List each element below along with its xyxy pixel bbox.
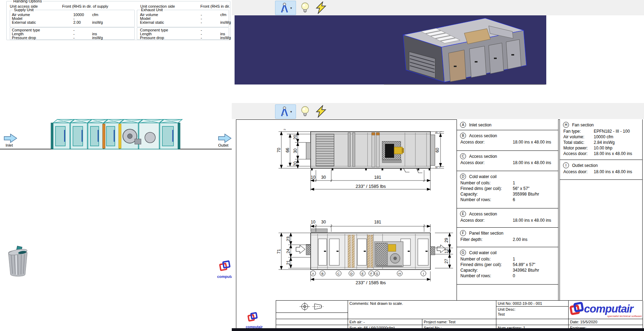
field-value: 10000 bbox=[73, 13, 84, 17]
section-letter-badge: C bbox=[460, 153, 466, 159]
svg-text:10: 10 bbox=[311, 220, 316, 225]
section-row-label: Capacity: bbox=[460, 192, 478, 197]
coil-header bbox=[394, 147, 402, 154]
section-row: Motor power:10.00 bhp bbox=[560, 146, 642, 151]
section-title: Access section bbox=[469, 154, 497, 159]
first-angle-projection-icon bbox=[299, 301, 331, 312]
section-row-label: Access door: bbox=[460, 218, 484, 223]
regenerate-button[interactable] bbox=[313, 1, 328, 14]
empty-cell bbox=[276, 319, 348, 325]
section-letter-badge: H bbox=[563, 122, 569, 128]
viewport-toolbar: ▾ bbox=[232, 0, 644, 15]
computair-logo-text: computair bbox=[584, 307, 633, 311]
unit-no-cell: Unit No: 0002-19-00 - 001 bbox=[496, 301, 569, 307]
section-row-label: Total static: bbox=[563, 140, 584, 145]
unit-builder-canvas[interactable] bbox=[50, 117, 183, 150]
section-row-value: 343962 Btu/hr bbox=[513, 268, 539, 273]
field-unit: insWg bbox=[92, 36, 103, 40]
handing-row: Pressure drop-insWg bbox=[137, 36, 229, 40]
svg-text:30: 30 bbox=[321, 175, 326, 180]
section-letter-badge: B bbox=[460, 133, 466, 139]
section-info-C: CAccess sectionAccess door:18.00 ins x 4… bbox=[457, 151, 558, 171]
field-unit: insWg bbox=[92, 21, 103, 24]
section-row: Finned dims (per coil):56" x 57" bbox=[457, 186, 558, 192]
section-row-label: Access door: bbox=[460, 160, 484, 165]
section-title: Access section bbox=[469, 133, 497, 138]
viewport-3d[interactable] bbox=[235, 15, 546, 84]
svg-text:E: E bbox=[362, 272, 364, 275]
section-row: Number of coils:1 bbox=[457, 181, 558, 186]
unit-connection-side-value: Front (RHS in dir. of supply bbox=[200, 4, 230, 8]
date-cell: Date: 15/5/2020 bbox=[569, 319, 643, 325]
render-light-button-2[interactable] bbox=[298, 104, 312, 118]
section-row-label: Access door: bbox=[563, 169, 587, 174]
section-row: Number of rows:6 bbox=[457, 197, 558, 203]
field-unit: insWg bbox=[220, 21, 231, 24]
section-title: Outlet section bbox=[572, 163, 598, 168]
section-row: Number of coils:1 bbox=[457, 257, 558, 262]
section-row-value: 2.00 ins bbox=[513, 237, 527, 242]
exhaust-unit-group: Exhaust Unit Air volume-cfmModel-Externa… bbox=[137, 10, 229, 27]
handing-row: Pressure drop-insWg bbox=[10, 36, 134, 40]
svg-text:H: H bbox=[399, 272, 401, 275]
dropdown-arrow-icon[interactable]: ▾ bbox=[290, 6, 292, 10]
section-row-value: 18.00 ins x 48.00 ins bbox=[513, 140, 551, 145]
svg-text:G: G bbox=[376, 272, 378, 275]
project-name-cell: Project name: Test bbox=[422, 319, 496, 325]
inlet-louver bbox=[316, 134, 334, 166]
svg-text:30: 30 bbox=[321, 220, 326, 225]
render-light-button[interactable] bbox=[298, 1, 312, 14]
svg-text:181: 181 bbox=[374, 175, 381, 180]
section-row-label: Number of coils: bbox=[460, 257, 491, 262]
exh-air-cell: Exh air: - bbox=[348, 319, 422, 325]
section-row-label: Number of rows: bbox=[460, 273, 491, 278]
svg-text:29: 29 bbox=[444, 238, 449, 243]
bottom-window-edge bbox=[232, 328, 644, 331]
plan-view bbox=[296, 229, 445, 270]
section-row: Number of rows:0 bbox=[457, 273, 558, 279]
svg-text:12: 12 bbox=[444, 249, 449, 253]
measure-tool-button-2[interactable]: ▾ bbox=[275, 104, 296, 119]
section-row-label: Access door: bbox=[460, 140, 484, 145]
section-row-value: 0 bbox=[513, 273, 515, 278]
section-letter-badge: E bbox=[460, 211, 466, 217]
svg-text:F: F bbox=[370, 272, 372, 275]
projection-symbol-cell bbox=[276, 301, 348, 313]
field-value: - bbox=[73, 36, 75, 40]
section-row-value: 10000 cfm bbox=[594, 134, 613, 139]
inlet-arrow-icon bbox=[3, 133, 18, 143]
svg-text:I: I bbox=[423, 272, 424, 275]
comments-cell: Comments: Not drawn to scale. bbox=[348, 301, 496, 319]
handing-row: Component type- bbox=[10, 28, 134, 32]
svg-text:71: 71 bbox=[276, 249, 281, 254]
section-row: Total static:2.84 insWg bbox=[560, 140, 642, 146]
svg-text:27: 27 bbox=[444, 259, 449, 264]
section-info-F: FPanel filter sectionFilter depth:2.00 i… bbox=[457, 228, 558, 247]
measure-tool-button[interactable]: ▾ bbox=[275, 1, 296, 15]
dropdown-arrow-icon[interactable]: ▾ bbox=[290, 110, 292, 113]
section-row: Access door:18.00 ins x 48.00 ins bbox=[560, 151, 642, 157]
section-row-value: 6 bbox=[513, 197, 515, 202]
handing-row: Air volume10000cfm bbox=[10, 13, 134, 17]
unit-desc-label: Unit Desc: bbox=[498, 307, 567, 312]
trash-can[interactable] bbox=[5, 244, 31, 278]
light-bulb-icon bbox=[299, 105, 311, 118]
section-row-value: 18.00 ins x 48.00 ins bbox=[513, 218, 551, 223]
svg-text:2: 2 bbox=[283, 128, 286, 130]
field-unit: insWg bbox=[220, 36, 231, 40]
outlet-flange bbox=[430, 135, 435, 166]
section-list-left: AInlet sectionBAccess sectionAccess door… bbox=[457, 119, 558, 300]
svg-text:C: C bbox=[338, 272, 340, 275]
section-letter-badge: F bbox=[460, 230, 466, 236]
section-row-value: 355998 Btu/hr bbox=[513, 192, 539, 197]
airflow-in-arrow bbox=[296, 245, 305, 253]
drawing-views: 70 66 20 30 20 2 5 60 5 10 30 181 233" /… bbox=[236, 120, 456, 300]
svg-text:20: 20 bbox=[293, 135, 298, 140]
section-row-value: 18.00 ins x 48.00 ins bbox=[594, 151, 632, 156]
section-row-value: 18.00 ins x 48.00 ins bbox=[594, 169, 632, 174]
section-bubbles: ABCDEFGHI bbox=[311, 271, 426, 276]
supply-unit-group: Supply Unit Air volume10000cfmModel-Exte… bbox=[10, 10, 135, 27]
section-info-I: IOutlet sectionAccess door:18.00 ins x 4… bbox=[560, 160, 642, 180]
supply-unit-title: Supply Unit bbox=[13, 8, 35, 12]
regenerate-button-2[interactable] bbox=[313, 104, 328, 118]
